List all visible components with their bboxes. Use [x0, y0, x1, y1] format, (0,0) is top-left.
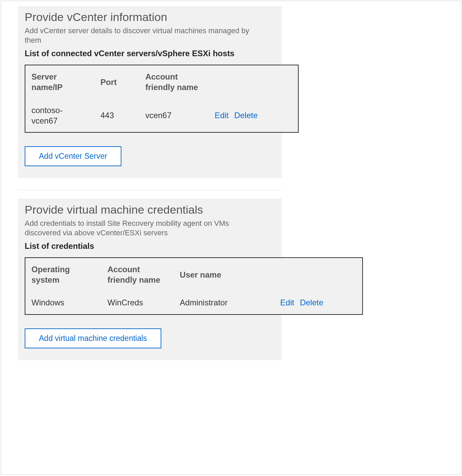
cell-actions: Edit Delete: [209, 99, 298, 132]
table-header-row: Server name/IP Port Account friendly nam…: [25, 65, 298, 99]
col-account-name: Account friendly name: [101, 258, 174, 291]
col-account-name: Account friendly name: [139, 65, 209, 99]
cell-os: Windows: [25, 291, 101, 314]
vcenter-description: Add vCenter server details to discover v…: [25, 26, 261, 45]
add-credentials-button[interactable]: Add virtual machine credentials: [25, 328, 161, 348]
cell-account-name: vcen67: [139, 99, 209, 132]
col-actions: [209, 65, 298, 99]
col-port: Port: [94, 65, 139, 99]
table-row: contoso-vcen67 443 vcen67 Edit Delete: [25, 99, 298, 132]
credentials-description: Add credentials to install Site Recovery…: [25, 219, 261, 238]
edit-link[interactable]: Edit: [280, 298, 294, 307]
col-user-name: User name: [174, 258, 274, 291]
page-container: Provide vCenter information Add vCenter …: [1, 1, 461, 475]
add-vcenter-button[interactable]: Add vCenter Server: [25, 146, 121, 166]
delete-link[interactable]: Delete: [234, 111, 258, 120]
cell-account-name: WinCreds: [101, 291, 174, 314]
cell-user-name: Administrator: [174, 291, 274, 314]
cell-actions: Edit Delete: [274, 291, 363, 314]
credentials-panel: Provide virtual machine credentials Add …: [18, 199, 282, 360]
delete-link[interactable]: Delete: [300, 298, 323, 307]
credentials-list-label: List of credentials: [25, 241, 261, 251]
col-os: Operating system: [25, 258, 101, 291]
table-row: Windows WinCreds Administrator Edit Dele…: [25, 291, 363, 314]
col-actions: [274, 258, 363, 291]
cell-port: 443: [94, 99, 139, 132]
section-divider: [18, 190, 282, 190]
vcenter-table: Server name/IP Port Account friendly nam…: [25, 65, 299, 133]
vcenter-title: Provide vCenter information: [25, 10, 275, 24]
table-header-row: Operating system Account friendly name U…: [25, 258, 363, 291]
vcenter-list-label: List of connected vCenter servers/vSpher…: [25, 48, 261, 59]
vcenter-panel: Provide vCenter information Add vCenter …: [18, 6, 282, 178]
col-server-name: Server name/IP: [25, 65, 94, 99]
credentials-title: Provide virtual machine credentials: [25, 203, 275, 217]
credentials-table: Operating system Account friendly name U…: [25, 257, 363, 315]
cell-server-name: contoso-vcen67: [25, 99, 94, 132]
edit-link[interactable]: Edit: [215, 111, 229, 120]
